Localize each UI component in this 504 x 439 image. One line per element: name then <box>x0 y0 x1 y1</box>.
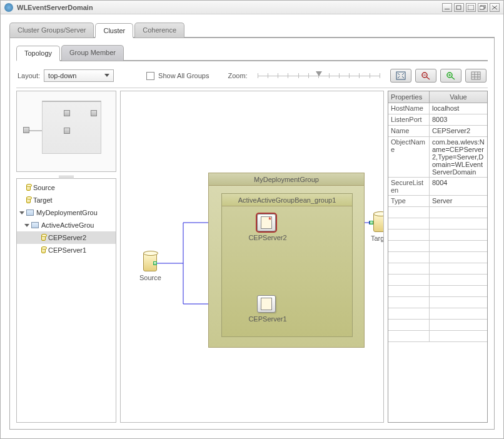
target-node[interactable]: Target <box>371 213 384 242</box>
server-icon <box>261 298 272 310</box>
property-row-empty <box>388 230 487 241</box>
grid-toggle-button[interactable] <box>465 69 486 83</box>
anchor-point[interactable] <box>153 261 157 265</box>
overview-map[interactable] <box>16 91 116 172</box>
property-row-empty <box>388 263 487 275</box>
source-node[interactable]: Source <box>139 253 161 281</box>
property-row[interactable]: TypeServer <box>388 196 487 207</box>
svg-line-13 <box>451 77 455 79</box>
property-key: Type <box>388 196 430 206</box>
topology-canvas[interactable]: Source MyDeploymentGroup ActiveActiveGro… <box>120 91 384 423</box>
properties-panel: Properties Value HostNamelocalhostListen… <box>388 91 488 423</box>
property-row[interactable]: SecureListen8004 <box>388 178 487 196</box>
restore-button[interactable] <box>478 3 488 12</box>
minimize-button[interactable] <box>442 3 452 12</box>
tree-item-source[interactable]: Source <box>17 181 116 194</box>
svg-rect-8 <box>396 72 405 79</box>
expand-icon[interactable] <box>24 224 29 227</box>
show-all-groups-label: Show All Groups <box>158 72 209 79</box>
svg-rect-4 <box>480 6 484 9</box>
header-properties: Properties <box>388 91 430 103</box>
target-label: Target <box>371 235 384 242</box>
window-title: WLEventServerDomain <box>17 4 440 11</box>
main-tab-row: Cluster Groups/Server Cluster Coherence <box>9 22 495 38</box>
restore-down-button[interactable] <box>454 3 464 12</box>
property-row-empty <box>388 207 487 218</box>
zoom-slider[interactable] <box>258 73 380 79</box>
zoom-thumb-icon[interactable] <box>316 71 322 76</box>
database-icon <box>26 197 31 203</box>
property-value: Server <box>430 196 487 206</box>
property-row[interactable]: NameCEPServer2 <box>388 126 487 137</box>
property-key: Name <box>388 126 430 136</box>
property-value: com.bea.wlevs:Name=CEPServer2,Type=Serve… <box>430 137 487 177</box>
app-icon <box>4 3 13 12</box>
tree-item-active-group[interactable]: ActiveActiveGrou <box>17 219 116 231</box>
zoom-label: Zoom: <box>228 72 247 79</box>
cepserver2-label: CEPServer2 <box>246 234 290 241</box>
show-all-groups-checkbox[interactable] <box>146 72 154 80</box>
cepserver2-node[interactable] <box>257 214 276 231</box>
tab-topology[interactable]: Topology <box>16 46 60 61</box>
property-value: CEPServer2 <box>430 126 487 136</box>
svg-rect-2 <box>468 5 474 10</box>
property-key: ListenPort <box>388 114 430 125</box>
property-row-empty <box>388 275 487 286</box>
property-row-empty <box>388 331 487 342</box>
tab-group-member[interactable]: Group Member <box>61 45 124 61</box>
overview-node <box>91 110 97 116</box>
property-row-empty <box>388 308 487 320</box>
properties-table: Properties Value HostNamelocalhostListen… <box>388 91 488 423</box>
inner-group-title: ActiveActiveGroupBean_group1 <box>222 194 352 206</box>
overview-group <box>42 101 101 154</box>
property-key: ObjectName <box>388 137 430 177</box>
layout-value: top-down <box>48 72 76 79</box>
svg-rect-1 <box>456 6 461 9</box>
property-value: 8003 <box>430 114 487 125</box>
property-row[interactable]: ListenPort8003 <box>388 114 487 126</box>
property-row[interactable]: HostNamelocalhost <box>388 103 487 114</box>
tab-cluster[interactable]: Cluster <box>95 23 133 38</box>
source-label: Source <box>139 274 161 281</box>
tab-coherence[interactable]: Coherence <box>134 23 184 38</box>
layout-select[interactable]: top-down <box>44 69 114 82</box>
vertical-splitter[interactable] <box>383 249 384 265</box>
tree-item-target[interactable]: Target <box>17 194 116 206</box>
tree-item-deployment-group[interactable]: MyDeploymentGrou <box>17 206 116 219</box>
property-row-empty <box>388 297 487 308</box>
cepserver1-node[interactable] <box>257 295 276 313</box>
database-icon <box>41 235 46 241</box>
app-window: WLEventServerDomain Cluster Groups/Serve… <box>0 0 504 439</box>
tab-cluster-groups-server[interactable]: Cluster Groups/Server <box>9 23 94 38</box>
fit-to-window-button[interactable] <box>390 69 411 83</box>
svg-marker-7 <box>104 74 109 77</box>
svg-line-10 <box>426 77 430 79</box>
close-button[interactable] <box>490 3 500 12</box>
chevron-down-icon <box>104 74 109 78</box>
maximize-button[interactable] <box>466 3 476 12</box>
tree-item-cepserver1[interactable]: CEPServer1 <box>17 244 116 256</box>
property-row-empty <box>388 241 487 252</box>
sub-tab-row: Topology Group Member <box>16 44 488 61</box>
property-row-empty <box>388 218 487 230</box>
header-value: Value <box>430 91 487 103</box>
properties-body[interactable]: HostNamelocalhostListenPort8003NameCEPSe… <box>388 103 487 422</box>
group-title: MyDeploymentGroup <box>209 173 364 186</box>
tree-item-cepserver2[interactable]: CEPServer2 <box>17 231 116 244</box>
anchor-point[interactable] <box>370 221 373 225</box>
zoom-out-button[interactable] <box>415 69 436 83</box>
property-value: 8004 <box>430 178 487 195</box>
title-bar: WLEventServerDomain <box>1 1 503 14</box>
svg-rect-0 <box>445 9 450 9</box>
cluster-panel: Topology Group Member Layout: top-down S… <box>9 38 495 430</box>
expand-icon[interactable] <box>19 211 24 214</box>
tree-view[interactable]: Source Target MyDeploymentGrou ActiveAct… <box>16 178 116 423</box>
property-key: HostName <box>388 103 430 114</box>
group-icon <box>31 222 39 228</box>
property-row-empty <box>388 252 487 263</box>
overview-node <box>64 110 70 116</box>
zoom-in-button[interactable] <box>440 69 461 83</box>
property-row[interactable]: ObjectNamecom.bea.wlevs:Name=CEPServer2,… <box>388 137 487 178</box>
layout-label: Layout: <box>18 72 40 79</box>
database-icon <box>26 184 31 191</box>
